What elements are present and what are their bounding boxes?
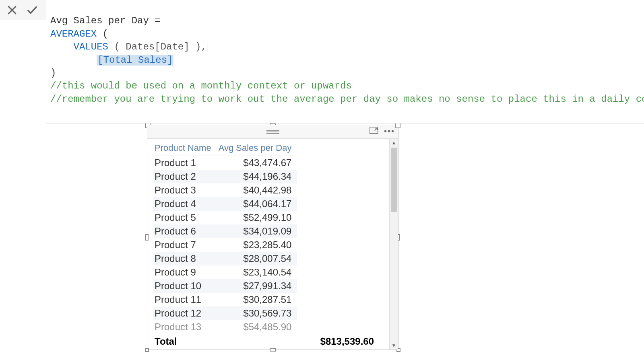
cell-product-name: Product 11 xyxy=(153,293,217,306)
table-row[interactable]: Product 2$44,196.34 xyxy=(153,170,297,183)
cell-product-name: Product 5 xyxy=(153,211,217,224)
cell-product-name: Product 6 xyxy=(153,224,217,238)
scroll-thumb[interactable] xyxy=(391,148,397,212)
column-header[interactable]: Avg Sales per Day xyxy=(217,141,297,156)
focus-mode-icon[interactable] xyxy=(369,127,378,136)
cell-avg-sales: $40,442.98 xyxy=(217,183,297,197)
table-row[interactable]: Product 12$30,569.73 xyxy=(153,306,297,320)
cell-product-name: Product 13 xyxy=(153,320,217,334)
func-values: VALUES xyxy=(74,41,108,52)
table-row[interactable]: Product 10$27,991.34 xyxy=(153,279,297,293)
measure-ref: [Total Sales] xyxy=(97,55,173,66)
table-row[interactable]: Product 11$30,287.51 xyxy=(153,293,297,306)
scroll-down-icon[interactable]: ▼ xyxy=(390,341,398,350)
text-caret xyxy=(208,42,208,52)
table-row[interactable]: Product 1$43,474.67 xyxy=(153,156,297,170)
cell-avg-sales: $52,499.10 xyxy=(217,211,297,224)
cell-product-name: Product 9 xyxy=(153,265,217,279)
dax-comment: //remember you are trying to work out th… xyxy=(50,94,644,105)
cell-avg-sales: $44,196.34 xyxy=(217,170,297,183)
more-options-icon[interactable]: ••• xyxy=(384,127,395,135)
func-averagex: AVERAGEX xyxy=(50,29,97,39)
dax-comment: //this would be used on a monthly contex… xyxy=(50,80,352,91)
table-row[interactable]: Product 6$34,019.09 xyxy=(153,224,297,238)
cell-product-name: Product 4 xyxy=(153,197,217,211)
cell-avg-sales: $44,064.17 xyxy=(217,197,297,211)
table-row[interactable]: Product 3$40,442.98 xyxy=(153,183,297,197)
cell-product-name: Product 2 xyxy=(153,170,217,183)
cell-avg-sales: $54,485.90 xyxy=(217,320,297,334)
measure-name: Avg Sales per Day = xyxy=(50,15,161,26)
cell-avg-sales: $34,019.09 xyxy=(217,224,297,238)
cell-product-name: Product 10 xyxy=(153,279,217,293)
table-visual[interactable]: ••• Product Name Avg Sales per Day Produ… xyxy=(147,125,398,350)
cell-product-name: Product 12 xyxy=(153,306,217,320)
table-row[interactable]: Product 8$28,007.54 xyxy=(153,252,297,265)
table-row[interactable]: Product 5$52,499.10 xyxy=(153,211,297,224)
formula-bar-actions xyxy=(0,0,46,20)
table-row[interactable]: Product 9$23,140.54 xyxy=(153,265,297,279)
cell-avg-sales: $23,285.40 xyxy=(217,238,297,252)
table-total-row: Total $813,539.60 xyxy=(153,334,378,347)
cell-product-name: Product 3 xyxy=(153,183,217,197)
cancel-icon[interactable] xyxy=(6,4,19,16)
table-row[interactable]: Product 13$54,485.90 xyxy=(153,320,297,334)
total-label: Total xyxy=(155,336,211,347)
cell-avg-sales: $30,569.73 xyxy=(217,306,297,320)
cell-avg-sales: $30,287.51 xyxy=(217,293,297,306)
drag-grip-icon[interactable] xyxy=(266,130,279,134)
dax-formula-editor[interactable]: Avg Sales per Day = AVERAGEX ( VALUES ( … xyxy=(46,0,644,123)
cell-avg-sales: $28,007.54 xyxy=(217,252,297,265)
data-table: Product Name Avg Sales per Day Product 1… xyxy=(153,141,297,334)
cell-product-name: Product 8 xyxy=(153,252,217,265)
cell-avg-sales: $43,474.67 xyxy=(217,156,297,170)
total-value: $813,539.60 xyxy=(211,336,378,347)
commit-icon[interactable] xyxy=(26,4,39,16)
cell-avg-sales: $27,991.34 xyxy=(217,279,297,293)
visual-header: ••• xyxy=(147,125,398,139)
scroll-up-icon[interactable]: ▲ xyxy=(390,139,398,147)
cell-product-name: Product 1 xyxy=(153,156,217,170)
table-row[interactable]: Product 7$23,285.40 xyxy=(153,238,297,252)
scrollbar[interactable]: ▲ ▼ xyxy=(389,139,398,350)
column-header[interactable]: Product Name xyxy=(153,141,217,156)
cell-avg-sales: $23,140.54 xyxy=(217,265,297,279)
cell-product-name: Product 7 xyxy=(153,238,217,252)
table-row[interactable]: Product 4$44,064.17 xyxy=(153,197,297,211)
